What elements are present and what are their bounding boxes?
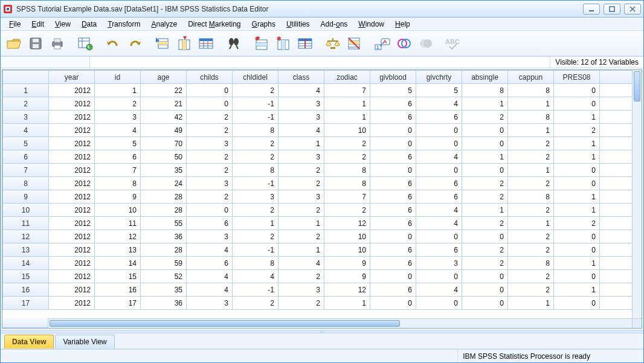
data-cell[interactable]: 1	[462, 204, 508, 217]
data-cell[interactable]: 2012	[49, 190, 95, 204]
data-cell[interactable]: 1	[324, 297, 370, 310]
data-cell[interactable]: 3	[187, 297, 233, 310]
data-cell[interactable]: 2012	[49, 243, 95, 257]
data-cell[interactable]: 1	[554, 111, 600, 124]
data-cell[interactable]: 8	[508, 84, 554, 97]
data-cell[interactable]: 2	[462, 111, 508, 124]
data-cell[interactable]: 2	[462, 177, 508, 190]
menu-help[interactable]: Help	[390, 19, 415, 30]
data-cell[interactable]: 2	[508, 137, 554, 150]
data-cell[interactable]: 8	[508, 257, 554, 270]
row-header[interactable]: 16	[3, 283, 49, 297]
data-cell[interactable]: 2	[324, 150, 370, 164]
data-cell[interactable]: 0	[416, 137, 462, 150]
menu-transform[interactable]: Transform	[103, 19, 145, 30]
data-cell[interactable]: 1	[554, 137, 600, 150]
data-cell[interactable]: 6	[370, 190, 416, 204]
data-cell[interactable]: 2	[233, 297, 279, 310]
data-cell[interactable]: 4	[416, 204, 462, 217]
data-cell[interactable]: 1	[233, 217, 279, 230]
data-cell[interactable]: 2	[462, 257, 508, 270]
data-cell[interactable]: 0	[462, 270, 508, 283]
data-cell[interactable]: 0	[187, 84, 233, 97]
data-cell[interactable]: 1	[554, 190, 600, 204]
data-cell[interactable]: 10	[95, 204, 141, 217]
data-cell[interactable]: 2	[233, 137, 279, 150]
data-cell[interactable]: 0	[416, 124, 462, 137]
data-cell[interactable]: 0	[554, 270, 600, 283]
data-cell[interactable]: 4	[279, 257, 324, 270]
data-cell[interactable]: 0	[554, 97, 600, 111]
data-cell[interactable]: 2	[187, 164, 233, 177]
show-all-variables-icon[interactable]	[416, 34, 436, 53]
menu-window[interactable]: Window	[353, 19, 389, 30]
data-cell[interactable]: 6	[370, 177, 416, 190]
data-cell-empty[interactable]	[600, 190, 633, 204]
data-cell[interactable]: 2	[279, 297, 324, 310]
column-header-givchrty[interactable]: givchrty	[416, 71, 462, 84]
column-header-empty[interactable]	[600, 71, 633, 84]
data-cell[interactable]: 2	[187, 190, 233, 204]
data-cell[interactable]: 2	[554, 217, 600, 230]
data-cell[interactable]: 3	[279, 283, 324, 297]
cell-reference-box[interactable]	[1, 57, 90, 68]
data-cell[interactable]: 0	[416, 270, 462, 283]
data-cell[interactable]: 22	[141, 84, 187, 97]
data-cell[interactable]: 12	[95, 230, 141, 243]
data-cell[interactable]: 55	[141, 217, 187, 230]
data-cell[interactable]: 1	[279, 217, 324, 230]
print-icon[interactable]	[48, 34, 67, 53]
data-cell[interactable]: 4	[416, 283, 462, 297]
row-header[interactable]: 15	[3, 270, 49, 283]
row-header[interactable]: 14	[3, 257, 49, 270]
data-cell[interactable]: 1	[554, 204, 600, 217]
menu-analyze[interactable]: Analyze	[146, 19, 182, 30]
column-header-zodiac[interactable]: zodiac	[324, 71, 370, 84]
row-header[interactable]: 10	[3, 204, 49, 217]
data-cell[interactable]: 2	[279, 230, 324, 243]
goto-case-icon[interactable]	[153, 34, 172, 53]
data-cell[interactable]: 8	[462, 84, 508, 97]
data-cell[interactable]: 3	[187, 230, 233, 243]
data-cell[interactable]: 8	[95, 177, 141, 190]
data-cell[interactable]: 6	[370, 217, 416, 230]
data-cell[interactable]: 2	[508, 230, 554, 243]
data-cell[interactable]: 36	[141, 297, 187, 310]
use-sets-icon[interactable]	[394, 34, 414, 53]
data-cell[interactable]: 6	[370, 150, 416, 164]
data-cell[interactable]: 0	[554, 297, 600, 310]
data-cell[interactable]: -1	[233, 243, 279, 257]
data-cell[interactable]: 2012	[49, 283, 95, 297]
data-cell[interactable]: 28	[141, 190, 187, 204]
column-header-PRES08[interactable]: PRES08	[554, 71, 600, 84]
data-cell[interactable]: 7	[95, 164, 141, 177]
data-cell[interactable]: 6	[370, 111, 416, 124]
data-cell[interactable]: 1	[508, 164, 554, 177]
data-cell[interactable]: 21	[141, 97, 187, 111]
data-cell[interactable]: 2	[508, 177, 554, 190]
data-cell[interactable]: 6	[187, 257, 233, 270]
column-header-age[interactable]: age	[141, 71, 187, 84]
row-header[interactable]: 13	[3, 243, 49, 257]
data-cell-empty[interactable]	[600, 204, 633, 217]
row-header[interactable]: 5	[3, 137, 49, 150]
row-header[interactable]: 8	[3, 177, 49, 190]
data-cell[interactable]: 2	[187, 111, 233, 124]
data-cell[interactable]: 6	[370, 283, 416, 297]
data-cell[interactable]: 2	[187, 150, 233, 164]
data-cell[interactable]: 1	[462, 97, 508, 111]
data-cell[interactable]: 0	[370, 137, 416, 150]
data-cell[interactable]: 5	[95, 137, 141, 150]
data-cell[interactable]: 0	[370, 164, 416, 177]
data-cell[interactable]: 6	[370, 97, 416, 111]
data-cell[interactable]: 6	[370, 257, 416, 270]
data-cell[interactable]: 2012	[49, 111, 95, 124]
data-cell[interactable]: 2012	[49, 164, 95, 177]
data-cell[interactable]: 1	[554, 283, 600, 297]
data-cell[interactable]: 2012	[49, 177, 95, 190]
data-cell[interactable]: 2012	[49, 230, 95, 243]
data-cell[interactable]: 3	[187, 177, 233, 190]
data-cell[interactable]: 6	[416, 243, 462, 257]
data-cell[interactable]: 2	[324, 204, 370, 217]
data-cell-empty[interactable]	[600, 230, 633, 243]
